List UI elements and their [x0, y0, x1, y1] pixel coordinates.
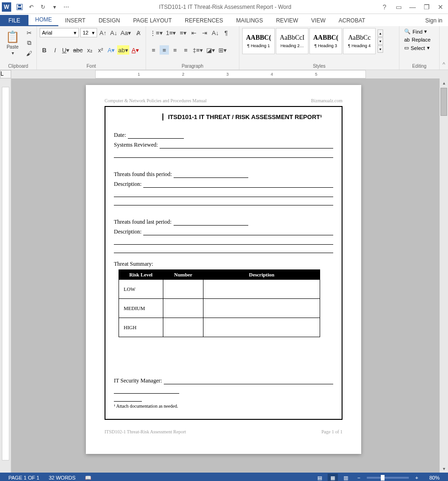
quick-print-button[interactable]: ▾ — [49, 2, 60, 12]
show-marks-button[interactable]: ¶ — [221, 28, 231, 37]
tab-insert[interactable]: INSERT — [58, 15, 92, 26]
superscript-button[interactable]: x² — [96, 45, 105, 55]
help-button[interactable]: ? — [379, 1, 390, 13]
quick-access-toolbar: W ↶ ↻ ▾ ⋯ — [2, 2, 71, 12]
tab-file[interactable]: FILE — [0, 15, 28, 26]
font-color-button[interactable]: A▾ — [131, 45, 140, 55]
sort-button[interactable]: A↓ — [210, 28, 220, 37]
highlight-button[interactable]: ab▾ — [117, 45, 129, 55]
zoom-handle[interactable] — [381, 475, 385, 481]
zoom-level[interactable]: 80% — [425, 475, 444, 481]
tab-references[interactable]: REFERENCES — [178, 15, 230, 26]
word-count[interactable]: 32 WORDS — [44, 475, 80, 481]
tab-review[interactable]: REVIEW — [269, 15, 304, 26]
tab-selector[interactable]: L — [0, 70, 11, 78]
minimize-button[interactable]: — — [407, 1, 418, 13]
bullets-button[interactable]: ⋮≡▾ — [149, 28, 164, 37]
styles-expand[interactable]: ▾ — [378, 45, 383, 53]
tab-page-layout[interactable]: PAGE LAYOUT — [126, 15, 178, 26]
align-right-button[interactable]: ≡ — [170, 45, 180, 55]
shading-button[interactable]: ◪▾ — [205, 45, 216, 55]
scroll-thumb[interactable] — [441, 88, 447, 116]
signin-link[interactable]: Sign in — [420, 15, 448, 26]
vertical-scrollbar[interactable]: ▴ ▾ — [440, 78, 448, 473]
multilevel-list-button[interactable]: ≡▾ — [178, 28, 188, 37]
security-manager-field: IT Security Manager: — [114, 377, 333, 384]
line-spacing-button[interactable]: ‡≡▾ — [192, 45, 204, 55]
find-button[interactable]: 🔍Find▾ — [402, 28, 436, 35]
clear-formatting-button[interactable]: A̷ — [133, 28, 143, 37]
style-heading2[interactable]: AaBbCcIHeading 2… — [276, 28, 308, 54]
tab-home[interactable]: HOME — [28, 14, 58, 26]
decrease-indent-button[interactable]: ⇤ — [189, 28, 198, 37]
redo-button[interactable]: ↻ — [38, 2, 48, 12]
zoom-slider[interactable] — [367, 477, 409, 479]
font-name-select[interactable]: Arial▾ — [40, 28, 79, 37]
bold-button[interactable]: B — [40, 45, 49, 55]
page-count[interactable]: PAGE 1 OF 1 — [4, 475, 44, 481]
style-heading3[interactable]: AABBC(¶ Heading 3 — [309, 28, 342, 54]
tab-view[interactable]: VIEW — [305, 15, 332, 26]
paste-label: Paste — [7, 44, 19, 50]
text-effects-button[interactable]: A▾ — [106, 45, 116, 55]
tab-design[interactable]: DESIGN — [92, 15, 126, 26]
underline-button[interactable]: U▾ — [61, 45, 70, 55]
font-size-select[interactable]: 12▾ — [80, 28, 97, 37]
shrink-font-button[interactable]: A↓ — [109, 28, 119, 37]
copy-button[interactable]: ⧉ — [24, 38, 34, 48]
justify-button[interactable]: ≡ — [181, 45, 190, 55]
collapse-ribbon-button[interactable]: ^ — [440, 26, 448, 70]
numbering-button[interactable]: 1≡▾ — [165, 28, 177, 37]
print-layout-button[interactable]: ▦ — [328, 474, 338, 481]
description-field-2: Description: — [114, 228, 333, 235]
status-bar: PAGE 1 OF 1 32 WORDS 📖 ▤ ▦ ▥ − + 80% — [0, 473, 448, 481]
footer-right: Page 1 of 1 — [322, 429, 343, 434]
horizontal-ruler[interactable]: L 1 2 3 4 5 — [0, 70, 448, 78]
paste-button[interactable]: 📋 Paste ▾ — [3, 28, 22, 58]
cut-button[interactable]: ✂ — [24, 28, 34, 37]
font-label: Font — [40, 63, 143, 69]
read-mode-button[interactable]: ▤ — [315, 474, 325, 481]
align-center-button[interactable]: ≡ — [160, 45, 169, 55]
page-header: Computer & Network Policies and Procedur… — [105, 98, 343, 103]
table-row: HIGH — [119, 318, 320, 337]
qat-customize[interactable]: ⋯ — [61, 2, 71, 12]
select-button[interactable]: ▭Select▾ — [402, 44, 436, 51]
styles-row-down[interactable]: ▾ — [378, 37, 383, 45]
zoom-in-button[interactable]: + — [412, 474, 422, 481]
tab-mailings[interactable]: MAILINGS — [230, 15, 269, 26]
undo-button[interactable]: ↶ — [26, 2, 36, 12]
vertical-ruler[interactable] — [0, 78, 11, 473]
subscript-button[interactable]: x₂ — [85, 45, 94, 55]
change-case-button[interactable]: Aa▾ — [120, 28, 132, 37]
proofing-button[interactable]: 📖 — [80, 475, 96, 481]
format-painter-button[interactable]: 🖌 — [24, 49, 34, 58]
document-title: ITSD101-1 IT Threat-Risk Assessment Repo… — [71, 4, 379, 10]
style-heading4[interactable]: AaBbCc¶ Heading 4 — [343, 28, 376, 54]
increase-indent-button[interactable]: ⇥ — [200, 28, 209, 37]
ribbon-tabs: FILE HOME INSERT DESIGN PAGE LAYOUT REFE… — [0, 14, 448, 26]
style-heading1[interactable]: AABBC(¶ Heading 1 — [242, 28, 275, 54]
scroll-down-button[interactable]: ▾ — [440, 464, 448, 473]
restore-button[interactable]: ❐ — [421, 1, 432, 13]
chevron-down-icon: ▾ — [424, 28, 427, 35]
borders-button[interactable]: ⊞▾ — [217, 45, 228, 55]
title-bar: W ↶ ↻ ▾ ⋯ ITSD101-1 IT Threat-Risk Asses… — [0, 0, 448, 14]
strikethrough-button[interactable]: abc — [72, 45, 84, 55]
scroll-up-button[interactable]: ▴ — [440, 78, 448, 87]
align-left-button[interactable]: ≡ — [149, 45, 158, 55]
document-canvas[interactable]: Computer & Network Policies and Procedur… — [11, 78, 448, 473]
group-editing: 🔍Find▾ abReplace ▭Select▾ Editing — [399, 26, 440, 70]
tab-acrobat[interactable]: ACROBAT — [332, 15, 371, 26]
save-button[interactable] — [14, 2, 25, 12]
italic-button[interactable]: I — [50, 45, 60, 55]
date-field: Date: — [114, 132, 333, 139]
col-description: Description — [203, 270, 320, 280]
ribbon-display-button[interactable]: ▭ — [393, 1, 404, 13]
zoom-out-button[interactable]: − — [354, 474, 364, 481]
styles-row-up[interactable]: ▴ — [378, 29, 383, 37]
web-layout-button[interactable]: ▥ — [341, 474, 351, 481]
replace-button[interactable]: abReplace — [402, 36, 436, 43]
close-button[interactable]: ✕ — [435, 1, 446, 13]
grow-font-button[interactable]: A↑ — [98, 28, 108, 37]
